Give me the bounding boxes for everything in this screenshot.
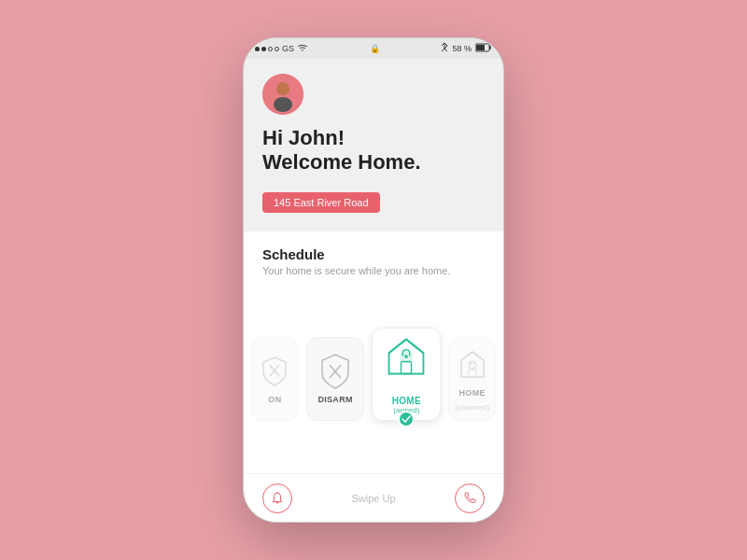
status-right: 58 %: [441, 42, 492, 55]
mode-disarm-label: DISARM: [317, 395, 352, 404]
status-left: GS: [255, 43, 308, 54]
battery-percent: 58 %: [452, 44, 472, 53]
mode-card-disarm[interactable]: DISARM: [306, 337, 365, 421]
svg-rect-13: [469, 370, 476, 377]
bluetooth-icon: [441, 42, 448, 55]
phone-icon: [463, 492, 476, 505]
modes-container: ON DISARM: [244, 284, 503, 473]
schedule-subtitle: Your home is secure while you are home.: [262, 265, 485, 276]
svg-point-5: [276, 82, 289, 95]
mode-on-label: ON: [268, 395, 281, 404]
svg-rect-1: [476, 45, 485, 50]
phone-frame: GS 🔒 58 %: [243, 37, 504, 523]
swipe-up-label: Swipe Up: [351, 493, 395, 504]
mode-home-armed-label: HOME: [392, 396, 421, 406]
greeting-line2: Welcome Home.: [262, 150, 485, 175]
active-check-icon: [398, 411, 415, 427]
svg-point-14: [469, 361, 476, 369]
house-armed-icon: [384, 334, 429, 379]
bell-button[interactable]: [262, 483, 292, 513]
address-badge[interactable]: 145 East River Road: [262, 192, 380, 213]
signal-dot-4: [275, 47, 279, 51]
svg-rect-10: [402, 362, 412, 374]
signal-dot-2: [261, 47, 266, 51]
shield-disarm-icon: [317, 354, 353, 389]
status-bar: GS 🔒 58 %: [244, 38, 503, 59]
phone-button[interactable]: [455, 483, 485, 513]
shield-on-icon: [257, 354, 292, 389]
battery-icon: [475, 43, 492, 54]
schedule-header: Schedule Your home is secure while you a…: [244, 231, 503, 284]
content-section: Schedule Your home is secure while you a…: [244, 231, 503, 473]
mode-home-unarmed-sublabel: (unarmed): [455, 403, 489, 412]
mode-card-on[interactable]: ON: [251, 337, 299, 421]
mode-card-home-armed[interactable]: HOME (armed): [372, 328, 441, 421]
bottom-bar: Swipe Up: [244, 473, 503, 522]
signal-dot-3: [268, 47, 273, 51]
schedule-title: Schedule: [262, 246, 485, 262]
avatar: [262, 74, 303, 115]
house-unarmed-icon: [455, 347, 490, 383]
mode-card-home-unarmed[interactable]: HOME (unarmed): [448, 337, 496, 421]
signal-dots: [255, 47, 279, 51]
wifi-icon: [297, 43, 308, 54]
svg-point-12: [405, 356, 409, 359]
avatar-image: [262, 74, 303, 115]
mode-home-unarmed-label: HOME: [459, 388, 486, 398]
bell-icon: [271, 492, 284, 505]
header-section: Hi John! Welcome Home. 145 East River Ro…: [244, 59, 503, 231]
greeting-text: Hi John! Welcome Home.: [262, 126, 485, 175]
carrier-label: GS: [282, 44, 294, 53]
greeting-line1: Hi John!: [262, 126, 485, 150]
lock-icon: 🔒: [370, 44, 380, 53]
signal-dot-1: [255, 47, 260, 51]
svg-point-4: [274, 97, 292, 112]
